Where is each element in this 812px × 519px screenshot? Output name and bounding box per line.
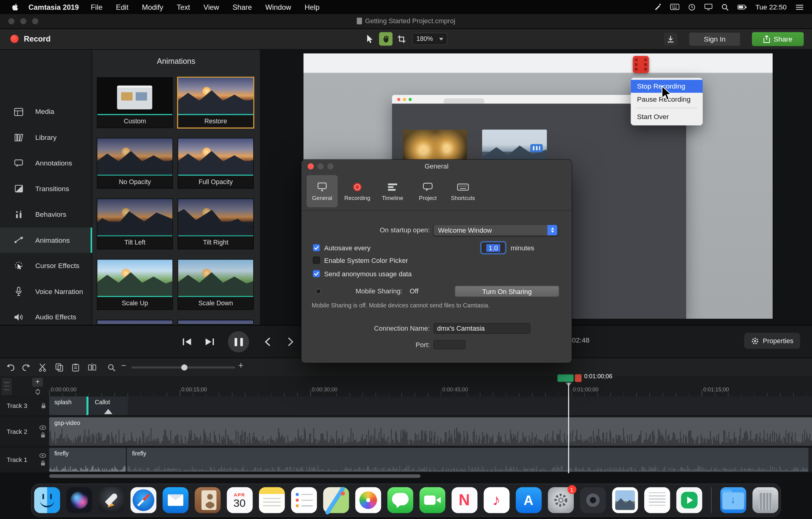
- animation-card-scale-down[interactable]: Scale Down: [178, 260, 253, 309]
- animation-card-scale-up[interactable]: Scale Up: [97, 260, 172, 309]
- menu-modify[interactable]: Modify: [142, 3, 163, 11]
- animation-card-restore[interactable]: Restore: [178, 78, 253, 128]
- animation-card-full-opacity[interactable]: Full Opacity: [178, 138, 253, 188]
- dock-mail-icon[interactable]: [162, 487, 188, 513]
- track-1-lane[interactable]: firefly firefly: [49, 448, 812, 472]
- animation-card-tilt-right[interactable]: Tilt Right: [178, 199, 253, 249]
- menu-bar-clock[interactable]: Tue 22:50: [755, 3, 786, 11]
- sidebar-item-voice-narration[interactable]: Voice Narration: [0, 279, 92, 304]
- zoom-out-button[interactable]: −: [121, 361, 126, 371]
- sidebar-item-animations[interactable]: Animations: [0, 227, 92, 252]
- step-forward-button[interactable]: [205, 338, 214, 346]
- active-app-name[interactable]: Camtasia 2019: [28, 3, 79, 11]
- next-button[interactable]: [287, 337, 294, 347]
- animation-card-partial[interactable]: [97, 320, 172, 324]
- record-button[interactable]: Record: [24, 34, 51, 43]
- sidebar-item-cursor-effects[interactable]: Cursor Effects: [0, 253, 92, 278]
- menu-view[interactable]: View: [203, 3, 219, 11]
- dock-trash-icon[interactable]: [752, 487, 778, 513]
- search-status-icon[interactable]: [721, 3, 728, 11]
- startup-open-select[interactable]: Welcome Window: [433, 224, 558, 236]
- export-download-button[interactable]: [664, 33, 677, 46]
- timeline-clip[interactable]: splash: [49, 397, 88, 415]
- sidebar-item-annotations[interactable]: Annotations: [0, 150, 92, 175]
- dock-launchpad-icon[interactable]: [98, 487, 124, 513]
- track-height-toggle[interactable]: [32, 388, 43, 395]
- animation-card-tilt-left[interactable]: Tilt Left: [97, 199, 172, 249]
- anonymous-usage-checkbox[interactable]: [313, 270, 320, 277]
- add-track-button[interactable]: +: [32, 378, 43, 387]
- playhead-out-handle[interactable]: [575, 374, 581, 382]
- dock-news-icon[interactable]: N: [452, 487, 477, 513]
- dock-contacts-icon[interactable]: [194, 487, 220, 513]
- step-backward-button[interactable]: [182, 338, 192, 346]
- connection-name-input[interactable]: dmx's Camtasia: [433, 323, 530, 334]
- tab-timeline[interactable]: Timeline: [377, 175, 408, 207]
- dock-messages-icon[interactable]: [387, 487, 413, 513]
- menu-item-start-over[interactable]: Start Over: [631, 111, 703, 124]
- recording-indicator-icon[interactable]: [633, 56, 649, 73]
- menu-help[interactable]: Help: [305, 3, 320, 11]
- pen-status-icon[interactable]: [654, 3, 661, 11]
- dock-safari-icon[interactable]: [130, 487, 156, 513]
- pause-button[interactable]: [228, 331, 249, 353]
- dock-camtasia-icon[interactable]: [676, 487, 702, 513]
- port-input[interactable]: [433, 340, 465, 350]
- dock-preview-icon[interactable]: [612, 487, 638, 513]
- track-lock-toggle[interactable]: [41, 403, 46, 409]
- zoom-in-button[interactable]: +: [238, 361, 243, 371]
- timeline-clip[interactable]: Callot: [90, 397, 128, 415]
- autosave-minutes-input[interactable]: 1.0: [482, 243, 505, 253]
- system-color-picker-checkbox[interactable]: [313, 256, 320, 264]
- sidebar-item-media[interactable]: Media: [0, 99, 92, 124]
- dock-downloads-icon[interactable]: ↓: [720, 487, 746, 513]
- previous-button[interactable]: [264, 337, 271, 347]
- cut-button[interactable]: [37, 362, 48, 373]
- tab-recording[interactable]: Recording: [342, 175, 373, 207]
- menu-window[interactable]: Window: [265, 3, 291, 11]
- track-visibility-toggle[interactable]: [39, 425, 46, 430]
- dock-app-store-icon[interactable]: A: [516, 487, 542, 513]
- track-visibility-toggle[interactable]: [39, 453, 46, 458]
- dock-reminders-icon[interactable]: [291, 487, 317, 513]
- zoom-slider-knob[interactable]: [181, 364, 187, 370]
- tab-shortcuts[interactable]: Shortcuts: [447, 175, 478, 207]
- tab-general[interactable]: General: [307, 175, 338, 207]
- record-icon[interactable]: [10, 35, 19, 43]
- timeline-clip[interactable]: firefly: [49, 448, 126, 472]
- undo-button[interactable]: [5, 362, 16, 373]
- apple-menu-icon[interactable]: [11, 2, 19, 11]
- timeline-horizontal-scrollbar[interactable]: [49, 474, 420, 478]
- canvas-zoom-select[interactable]: 180%: [412, 33, 447, 45]
- timeline-zoom-slider[interactable]: [132, 366, 235, 368]
- autosave-checkbox[interactable]: [313, 244, 320, 251]
- turn-on-sharing-button[interactable]: Turn On Sharing: [455, 285, 559, 297]
- sidebar-item-library[interactable]: Library: [0, 125, 92, 150]
- track-3-lane[interactable]: splash Callot: [49, 397, 812, 415]
- dock-calendar-icon[interactable]: APR 30: [227, 487, 253, 513]
- crop-tool-button[interactable]: [395, 32, 408, 46]
- playhead-line[interactable]: [568, 383, 569, 473]
- dock-system-preferences-icon[interactable]: 1: [548, 487, 574, 513]
- clock-status-icon[interactable]: [688, 3, 695, 11]
- dock-finder-icon[interactable]: [34, 487, 60, 513]
- menu-file[interactable]: File: [91, 3, 103, 11]
- select-tool-button[interactable]: [364, 32, 377, 46]
- paste-button[interactable]: [70, 362, 81, 373]
- playhead-in-handle[interactable]: [557, 374, 574, 382]
- pan-tool-button[interactable]: [379, 32, 393, 46]
- sidebar-item-transitions[interactable]: Transitions: [0, 176, 92, 201]
- track-lock-toggle[interactable]: [40, 460, 46, 466]
- menu-text[interactable]: Text: [177, 3, 190, 11]
- dock-photos-icon[interactable]: [355, 487, 381, 513]
- properties-button[interactable]: Properties: [744, 333, 800, 349]
- dock-textedit-icon[interactable]: [644, 487, 670, 513]
- dock-music-icon[interactable]: ♪: [484, 487, 510, 513]
- sidebar-item-behaviors[interactable]: Behaviors: [0, 201, 92, 227]
- timeline-ruler[interactable]: 0:00:00;00 0:00:15;00 0:00:30;00 0:00:45…: [49, 386, 812, 397]
- menu-share[interactable]: Share: [232, 3, 252, 11]
- animation-card-custom[interactable]: Custom: [97, 78, 172, 128]
- track-2-lane[interactable]: gsp-video: [49, 417, 812, 446]
- timeline-clip[interactable]: firefly: [127, 448, 808, 472]
- sign-in-button[interactable]: Sign In: [689, 32, 741, 46]
